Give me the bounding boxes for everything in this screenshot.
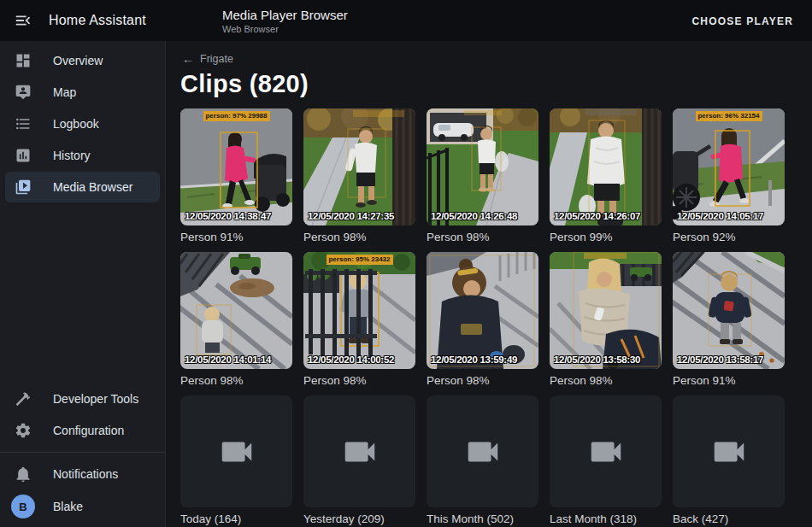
sidebar-item-label: Overview xyxy=(53,54,103,67)
clip-item: person: 95% 23432 12/05/2020 14:00:52 Pe… xyxy=(303,252,415,388)
clip-scene-art xyxy=(427,252,538,369)
clip-thumbnail[interactable]: person: 97% 29988 12/05/2020 14:38:47 xyxy=(180,108,292,225)
clip-thumbnail[interactable]: 12/05/2020 14:27:35 xyxy=(303,108,415,225)
folder-item: Today (164) xyxy=(180,395,292,526)
video-camera-icon xyxy=(217,432,256,471)
sidebar-item-media-browser[interactable]: Media Browser xyxy=(5,172,160,202)
clip-caption: Person 91% xyxy=(673,374,785,388)
clip-timestamp: 12/05/2020 13:59:49 xyxy=(431,354,517,365)
clip-timestamp: 12/05/2020 14:05:17 xyxy=(677,211,763,221)
sidebar: OverviewMapLogbookHistoryMedia Browser D… xyxy=(0,41,166,527)
clip-thumbnail[interactable]: 12/05/2020 13:59:49 xyxy=(427,252,538,369)
bell-icon-slot xyxy=(15,466,32,483)
media-browser-icon xyxy=(15,179,32,196)
folder-thumbnail[interactable] xyxy=(550,395,662,507)
sidebar-nav-list: OverviewMapLogbookHistoryMedia Browser xyxy=(0,44,165,203)
folder-caption: Today (164) xyxy=(180,512,292,526)
clip-item: person: 97% 29988 12/05/2020 14:38:47 Pe… xyxy=(180,108,292,244)
clip-caption: Person 98% xyxy=(550,374,662,388)
configuration-gear-icon xyxy=(15,422,32,439)
clip-scene-art xyxy=(180,252,292,369)
clip-timestamp: 12/05/2020 13:58:17 xyxy=(677,354,763,365)
clip-scene-art xyxy=(180,108,292,225)
back-label: Frigate xyxy=(200,53,233,65)
clip-caption: Person 98% xyxy=(303,231,415,244)
clip-thumbnail[interactable]: 12/05/2020 14:26:48 xyxy=(427,108,538,225)
choose-player-button[interactable]: CHOOSE PLAYER xyxy=(686,15,798,28)
developer-tools-icon xyxy=(15,390,32,407)
sidebar-item-overview[interactable]: Overview xyxy=(5,45,160,76)
sidebar-divider xyxy=(0,452,165,453)
clip-scene-art xyxy=(303,252,415,369)
panel-subtitle: Web Browser xyxy=(222,24,348,34)
sidebar-footer-list: Developer ToolsConfiguration xyxy=(0,383,165,447)
clip-thumbnail[interactable]: 12/05/2020 14:01:14 xyxy=(180,252,292,369)
sidebar-item-label: Logbook xyxy=(53,117,99,131)
header-right-section: CHOOSE PLAYER xyxy=(686,13,812,28)
panel-title-block: Media Player Browser Web Browser xyxy=(222,8,348,34)
header-left-section: Home Assistant xyxy=(0,10,166,31)
clip-item: 12/05/2020 14:27:35 Person 98% xyxy=(303,108,415,244)
clip-thumbnail[interactable]: person: 96% 32154 12/05/2020 14:05:17 xyxy=(673,108,785,225)
clip-scene-art xyxy=(550,252,662,369)
clip-scene-art xyxy=(303,108,415,225)
detection-label: person: 96% 32154 xyxy=(695,111,762,121)
clip-thumbnail[interactable]: 12/05/2020 13:58:30 xyxy=(550,252,662,369)
clip-timestamp: 12/05/2020 14:01:14 xyxy=(185,354,271,365)
page-title: Clips (820) xyxy=(180,70,812,98)
history-chart-icon xyxy=(15,147,32,164)
clip-thumbnail[interactable]: person: 95% 23432 12/05/2020 14:00:52 xyxy=(303,252,415,369)
clip-item: 12/05/2020 14:01:14 Person 98% xyxy=(180,252,292,388)
app-title: Home Assistant xyxy=(49,13,146,28)
folder-thumbnail[interactable] xyxy=(673,395,785,507)
folder-caption: Last Month (318) xyxy=(550,512,662,526)
sidebar-spacer xyxy=(0,203,165,383)
clip-thumbnail[interactable]: 12/05/2020 14:26:07 xyxy=(550,108,662,225)
back-navigation[interactable]: ← Frigate xyxy=(182,53,233,65)
clip-timestamp: 12/05/2020 14:26:07 xyxy=(554,211,640,221)
clip-item: 12/05/2020 14:26:48 Person 98% xyxy=(427,108,538,244)
folder-thumbnail[interactable] xyxy=(427,395,538,507)
clip-caption: Person 99% xyxy=(550,231,662,244)
sidebar-item-notifications[interactable]: Notifications xyxy=(5,459,160,489)
clip-caption: Person 91% xyxy=(180,231,292,244)
sidebar-item-configuration[interactable]: Configuration xyxy=(5,415,160,446)
sidebar-item-history[interactable]: History xyxy=(5,140,160,171)
clip-timestamp: 12/05/2020 13:58:30 xyxy=(554,354,640,365)
clip-caption: Person 98% xyxy=(180,374,292,388)
sidebar-item-logbook[interactable]: Logbook xyxy=(5,108,160,139)
app-header: Home Assistant Media Player Browser Web … xyxy=(0,0,812,41)
folder-thumbnail[interactable] xyxy=(180,395,292,507)
clip-item: 12/05/2020 13:58:17 Person 91% xyxy=(673,252,785,388)
clip-timestamp: 12/05/2020 14:26:48 xyxy=(431,211,517,221)
clip-item: 12/05/2020 14:26:07 Person 99% xyxy=(550,108,662,244)
video-camera-icon xyxy=(709,432,749,471)
sidebar-toggle-button[interactable] xyxy=(14,10,34,31)
media-browser-content: ← Frigate Clips (820) person: 97% 29988 … xyxy=(166,41,812,527)
clip-caption: Person 98% xyxy=(427,374,538,388)
clip-caption: Person 92% xyxy=(673,231,785,244)
panel-title: Media Player Browser xyxy=(222,8,348,22)
notifications-label: Notifications xyxy=(53,467,118,481)
user-name: Blake xyxy=(53,500,83,513)
folder-thumbnail[interactable] xyxy=(303,395,415,507)
sidebar-item-map[interactable]: Map xyxy=(5,77,160,108)
clip-item: 12/05/2020 13:58:30 Person 98% xyxy=(550,252,662,388)
clip-thumbnail[interactable]: 12/05/2020 13:58:17 xyxy=(673,252,785,369)
logbook-list-icon xyxy=(15,115,32,132)
clip-timestamp: 12/05/2020 14:27:35 xyxy=(308,211,394,221)
sidebar-item-label: Developer Tools xyxy=(53,392,138,406)
sidebar-item-label: Configuration xyxy=(53,424,124,437)
folder-item: This Month (502) xyxy=(427,395,538,526)
view-dashboard-icon xyxy=(15,52,32,69)
folder-caption: Back (427) xyxy=(673,512,785,526)
clip-scene-art xyxy=(550,108,662,225)
user-avatar: B xyxy=(11,495,35,518)
sidebar-item-developer-tools[interactable]: Developer Tools xyxy=(5,384,160,414)
clip-scene-art xyxy=(673,108,785,225)
folder-item: Back (427) xyxy=(673,395,785,526)
clips-grid: person: 97% 29988 12/05/2020 14:38:47 Pe… xyxy=(180,108,812,526)
video-camera-icon xyxy=(463,432,503,471)
clip-item: 12/05/2020 13:59:49 Person 98% xyxy=(427,252,538,388)
sidebar-item-user[interactable]: B Blake xyxy=(5,491,160,522)
